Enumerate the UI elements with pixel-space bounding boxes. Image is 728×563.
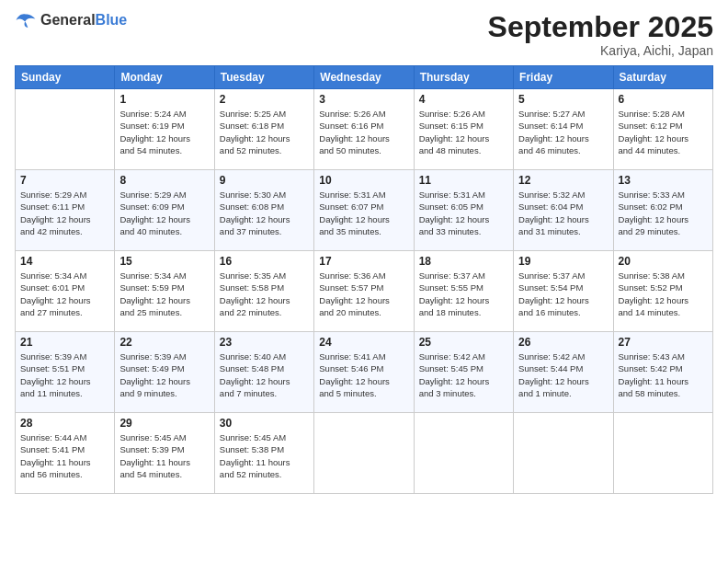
logo: GeneralBlue (15, 11, 127, 29)
table-row: 30Sunrise: 5:45 AM Sunset: 5:38 PM Dayli… (214, 413, 313, 494)
day-info: Sunrise: 5:38 AM Sunset: 5:52 PM Dayligh… (619, 270, 708, 318)
table-row: 9Sunrise: 5:30 AM Sunset: 6:08 PM Daylig… (214, 170, 313, 251)
day-number: 15 (119, 255, 209, 268)
table-row: 29Sunrise: 5:45 AM Sunset: 5:39 PM Dayli… (115, 413, 214, 494)
day-number: 5 (518, 93, 608, 106)
calendar-week-row: 21Sunrise: 5:39 AM Sunset: 5:51 PM Dayli… (16, 332, 713, 413)
day-info: Sunrise: 5:36 AM Sunset: 5:57 PM Dayligh… (319, 270, 408, 318)
day-info: Sunrise: 5:24 AM Sunset: 6:19 PM Dayligh… (119, 108, 209, 156)
day-info: Sunrise: 5:33 AM Sunset: 6:02 PM Dayligh… (619, 189, 708, 237)
day-number: 22 (119, 336, 209, 349)
day-number: 3 (319, 93, 408, 106)
table-row: 2Sunrise: 5:25 AM Sunset: 6:18 PM Daylig… (214, 89, 313, 170)
table-row: 5Sunrise: 5:27 AM Sunset: 6:14 PM Daylig… (514, 89, 613, 170)
day-number: 27 (619, 336, 708, 349)
header-tuesday: Tuesday (214, 66, 313, 89)
day-number: 12 (518, 174, 608, 187)
table-row: 11Sunrise: 5:31 AM Sunset: 6:05 PM Dayli… (414, 170, 513, 251)
day-info: Sunrise: 5:29 AM Sunset: 6:11 PM Dayligh… (20, 189, 109, 237)
table-row: 8Sunrise: 5:29 AM Sunset: 6:09 PM Daylig… (115, 170, 214, 251)
table-row: 4Sunrise: 5:26 AM Sunset: 6:15 PM Daylig… (414, 89, 513, 170)
table-row: 15Sunrise: 5:34 AM Sunset: 5:59 PM Dayli… (115, 251, 214, 332)
day-info: Sunrise: 5:43 AM Sunset: 5:42 PM Dayligh… (619, 350, 708, 399)
day-number: 2 (220, 93, 309, 106)
day-info: Sunrise: 5:45 AM Sunset: 5:39 PM Dayligh… (119, 431, 209, 480)
day-number: 19 (518, 255, 608, 268)
table-row: 22Sunrise: 5:39 AM Sunset: 5:49 PM Dayli… (115, 332, 214, 413)
day-info: Sunrise: 5:28 AM Sunset: 6:12 PM Dayligh… (619, 108, 708, 156)
day-number: 1 (119, 93, 209, 106)
calendar-week-row: 1Sunrise: 5:24 AM Sunset: 6:19 PM Daylig… (16, 89, 713, 170)
table-row: 23Sunrise: 5:40 AM Sunset: 5:48 PM Dayli… (214, 332, 313, 413)
table-row: 6Sunrise: 5:28 AM Sunset: 6:12 PM Daylig… (613, 89, 712, 170)
table-row: 13Sunrise: 5:33 AM Sunset: 6:02 PM Dayli… (613, 170, 712, 251)
day-info: Sunrise: 5:45 AM Sunset: 5:38 PM Dayligh… (220, 431, 309, 480)
table-row: 3Sunrise: 5:26 AM Sunset: 6:16 PM Daylig… (314, 89, 414, 170)
day-number: 14 (20, 255, 109, 268)
header-wednesday: Wednesday (314, 66, 414, 89)
day-info: Sunrise: 5:25 AM Sunset: 6:18 PM Dayligh… (220, 108, 309, 156)
day-number: 20 (619, 255, 708, 268)
day-info: Sunrise: 5:39 AM Sunset: 5:51 PM Dayligh… (20, 350, 109, 399)
header-sunday: Sunday (16, 66, 115, 89)
page-header: GeneralBlue September 2025 Kariya, Aichi… (15, 11, 713, 58)
table-row (514, 413, 613, 494)
table-row: 25Sunrise: 5:42 AM Sunset: 5:45 PM Dayli… (414, 332, 513, 413)
month-title: September 2025 (488, 11, 713, 43)
calendar-week-row: 14Sunrise: 5:34 AM Sunset: 6:01 PM Dayli… (16, 251, 713, 332)
header-thursday: Thursday (414, 66, 513, 89)
day-info: Sunrise: 5:42 AM Sunset: 5:44 PM Dayligh… (518, 350, 608, 399)
table-row: 19Sunrise: 5:37 AM Sunset: 5:54 PM Dayli… (514, 251, 613, 332)
table-row (314, 413, 414, 494)
calendar-header-row: Sunday Monday Tuesday Wednesday Thursday… (16, 66, 713, 89)
table-row: 12Sunrise: 5:32 AM Sunset: 6:04 PM Dayli… (514, 170, 613, 251)
day-number: 18 (419, 255, 508, 268)
day-number: 13 (619, 174, 708, 187)
day-number: 21 (20, 336, 109, 349)
logo-text: GeneralBlue (40, 12, 127, 29)
table-row: 14Sunrise: 5:34 AM Sunset: 6:01 PM Dayli… (16, 251, 115, 332)
table-row: 7Sunrise: 5:29 AM Sunset: 6:11 PM Daylig… (16, 170, 115, 251)
calendar-week-row: 7Sunrise: 5:29 AM Sunset: 6:11 PM Daylig… (16, 170, 713, 251)
logo-icon (15, 11, 37, 29)
calendar-table: Sunday Monday Tuesday Wednesday Thursday… (15, 65, 713, 494)
day-number: 11 (419, 174, 508, 187)
day-number: 8 (119, 174, 209, 187)
table-row: 20Sunrise: 5:38 AM Sunset: 5:52 PM Dayli… (613, 251, 712, 332)
day-info: Sunrise: 5:31 AM Sunset: 6:05 PM Dayligh… (419, 189, 508, 237)
table-row: 18Sunrise: 5:37 AM Sunset: 5:55 PM Dayli… (414, 251, 513, 332)
day-number: 16 (220, 255, 309, 268)
table-row: 28Sunrise: 5:44 AM Sunset: 5:41 PM Dayli… (16, 413, 115, 494)
day-number: 17 (319, 255, 408, 268)
table-row: 21Sunrise: 5:39 AM Sunset: 5:51 PM Dayli… (16, 332, 115, 413)
day-info: Sunrise: 5:35 AM Sunset: 5:58 PM Dayligh… (220, 270, 309, 318)
day-info: Sunrise: 5:39 AM Sunset: 5:49 PM Dayligh… (119, 350, 209, 399)
header-saturday: Saturday (613, 66, 712, 89)
day-number: 7 (20, 174, 109, 187)
day-info: Sunrise: 5:37 AM Sunset: 5:54 PM Dayligh… (518, 270, 608, 318)
day-number: 9 (220, 174, 309, 187)
day-info: Sunrise: 5:32 AM Sunset: 6:04 PM Dayligh… (518, 189, 608, 237)
day-number: 25 (419, 336, 508, 349)
day-number: 24 (319, 336, 408, 349)
table-row: 26Sunrise: 5:42 AM Sunset: 5:44 PM Dayli… (514, 332, 613, 413)
day-info: Sunrise: 5:41 AM Sunset: 5:46 PM Dayligh… (319, 350, 408, 399)
day-number: 6 (619, 93, 708, 106)
day-info: Sunrise: 5:26 AM Sunset: 6:16 PM Dayligh… (319, 108, 408, 156)
title-block: September 2025 Kariya, Aichi, Japan (488, 11, 713, 58)
day-number: 26 (518, 336, 608, 349)
table-row: 24Sunrise: 5:41 AM Sunset: 5:46 PM Dayli… (314, 332, 414, 413)
day-info: Sunrise: 5:27 AM Sunset: 6:14 PM Dayligh… (518, 108, 608, 156)
location-subtitle: Kariya, Aichi, Japan (488, 43, 713, 58)
day-info: Sunrise: 5:31 AM Sunset: 6:07 PM Dayligh… (319, 189, 408, 237)
header-monday: Monday (115, 66, 214, 89)
calendar-page: GeneralBlue September 2025 Kariya, Aichi… (0, 0, 728, 563)
day-info: Sunrise: 5:34 AM Sunset: 6:01 PM Dayligh… (20, 270, 109, 318)
day-number: 4 (419, 93, 508, 106)
day-number: 29 (119, 417, 209, 430)
table-row: 1Sunrise: 5:24 AM Sunset: 6:19 PM Daylig… (115, 89, 214, 170)
table-row (16, 89, 115, 170)
day-number: 28 (20, 417, 109, 430)
table-row (613, 413, 712, 494)
table-row (414, 413, 513, 494)
